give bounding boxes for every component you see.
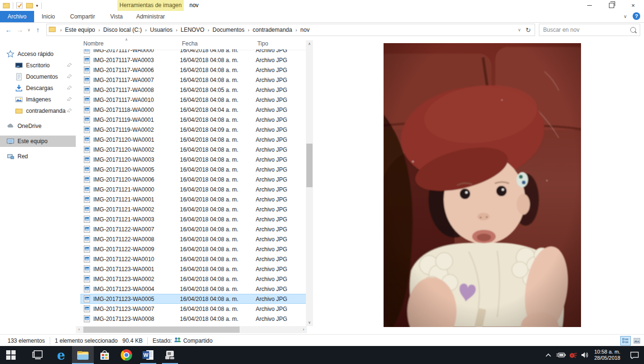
file-row[interactable]: IMG-20171122-WA001016/04/2018 04:08 a. m… [80,254,307,264]
new-folder-icon[interactable] [26,2,33,9]
details-view-button[interactable] [620,336,631,346]
address-dropdown-chevron[interactable]: ∨ [518,27,521,32]
horizontal-scroll-thumb[interactable] [83,327,240,333]
explorer-window-icon[interactable] [3,2,10,9]
forward-button[interactable]: → [14,26,26,34]
sidebar-item-contrademanda[interactable]: contrademanda [0,105,76,117]
sidebar-item-red[interactable]: Red [0,151,76,162]
file-explorer-icon[interactable] [72,346,94,364]
breadcrumb-contrademanda[interactable]: contrademanda [251,27,294,33]
file-type: Archivo JPG [256,117,303,123]
battery-icon[interactable] [555,346,567,364]
file-row[interactable]: IMG-20171117-WA000316/04/2018 04:08 a. m… [80,55,307,65]
file-row[interactable]: IMG-20171122-WA000716/04/2018 04:08 a. m… [80,224,307,234]
jpg-file-icon [84,76,90,83]
file-row[interactable]: IMG-20171123-WA000816/04/2018 04:08 a. m… [80,314,307,324]
file-row[interactable]: IMG-20171123-WA000116/04/2018 04:08 a. m… [80,264,307,274]
file-row[interactable]: IMG-20171120-WA000516/04/2018 04:08 a. m… [80,164,307,174]
file-row[interactable]: IMG-20171120-WA000616/04/2018 04:08 a. m… [80,174,307,184]
sidebar-label: Imágenes [26,96,51,103]
back-button[interactable]: ← [3,26,14,34]
scroll-down-arrow[interactable]: ∨ [306,319,313,326]
hidden-icons-chevron[interactable] [542,346,555,364]
file-row[interactable]: IMG-20171121-WA000216/04/2018 04:08 a. m… [80,204,307,214]
file-row[interactable]: IMG-20171119-WA000216/04/2018 04:09 a. m… [80,125,307,135]
sidebar-item-descargas[interactable]: Descargas [0,82,76,94]
store-icon[interactable] [94,346,116,364]
tab-archivo[interactable]: Archivo [0,11,34,22]
file-row[interactable]: IMG-20171118-WA000016/04/2018 04:04 a. m… [80,105,307,115]
file-row[interactable]: IMG-20171123-WA000216/04/2018 04:08 a. m… [80,274,307,284]
start-button[interactable] [0,346,22,364]
file-row[interactable]: IMG-20171121-WA000316/04/2018 04:08 a. m… [80,214,307,224]
file-row[interactable]: IMG-20171123-WA000516/04/2018 04:08 a. m… [80,294,307,304]
sidebar-item-escritorio[interactable]: Escritorio [0,60,76,71]
up-button[interactable]: ↑ [32,26,44,34]
volume-icon[interactable] [579,346,591,364]
large-icons-view-button[interactable] [632,336,642,346]
file-row[interactable]: IMG-20171121-WA000116/04/2018 04:08 a. m… [80,194,307,204]
sidebar-item-imagenes[interactable]: Imágenes [0,94,76,105]
file-row[interactable]: IMG-20171122-WA000916/04/2018 04:08 a. m… [80,244,307,254]
customize-qat-chevron[interactable]: ▾ [36,3,38,8]
properties-icon[interactable] [16,2,23,9]
desktop-icon [15,62,23,69]
vertical-scrollbar[interactable]: ∧ ∨ [306,40,313,326]
tab-inicio[interactable]: Inicio [34,11,63,22]
word-icon[interactable]: W [137,346,159,364]
refresh-icon[interactable]: ↻ [526,27,531,34]
shared-people-icon [174,337,181,344]
recent-locations-chevron[interactable]: ∨ [26,27,32,32]
breadcrumb-nov[interactable]: nov [298,27,311,33]
restore-button[interactable] [600,0,622,11]
task-view-button[interactable] [27,346,48,364]
file-row[interactable]: IMG-20171119-WA000116/04/2018 04:08 a. m… [80,115,307,125]
file-row[interactable]: IMG-20171122-WA000816/04/2018 04:08 a. m… [80,234,307,244]
chrome-icon[interactable] [116,346,137,364]
sidebar-item-documentos[interactable]: Documentos [0,71,76,82]
file-row[interactable]: IMG-20171117-WA000716/04/2018 04:08 a. m… [80,75,307,85]
file-row[interactable]: IMG-20171117-WA000016/04/2018 04:08 a. m… [80,49,307,55]
breadcrumb-usuarios[interactable]: Usuarios [148,27,174,33]
scroll-right-arrow[interactable]: › [300,326,307,333]
column-header-tipo[interactable]: Tipo [257,40,307,50]
breadcrumb-documentos[interactable]: Documentos [211,27,246,33]
file-row[interactable]: IMG-20171117-WA000816/04/2018 04:05 a. m… [80,85,307,95]
file-row[interactable]: IMG-20171117-WA001016/04/2018 04:08 a. m… [80,95,307,105]
security-alert-icon[interactable] [567,346,579,364]
breadcrumb-lenovo[interactable]: LENOVO [179,27,206,33]
vertical-scroll-thumb[interactable] [306,144,313,187]
scroll-left-arrow[interactable]: ‹ [76,326,82,333]
file-row[interactable]: IMG-20171123-WA000716/04/2018 04:08 a. m… [80,304,307,314]
file-row[interactable]: IMG-20171120-WA000316/04/2018 04:08 a. m… [80,155,307,164]
file-name: IMG-20171122-WA0009 [93,246,180,253]
3d-builder-icon[interactable] [159,346,181,364]
file-row[interactable]: IMG-20171121-WA000016/04/2018 04:08 a. m… [80,184,307,194]
search-input[interactable]: Buscar en nov [539,24,640,36]
clock[interactable]: 10:58 a. m. 28/05/2018 [591,349,625,361]
sidebar-item-onedrive[interactable]: OneDrive [0,120,76,132]
horizontal-scrollbar[interactable]: ‹ › [76,326,307,333]
scroll-up-arrow[interactable]: ∧ [306,40,313,47]
address-bar[interactable]: ›Este equipo ›Disco local (C:) ›Usuarios… [46,24,535,36]
action-center-icon[interactable] [625,346,644,364]
sidebar-item-este-equipo[interactable]: Este equipo [0,136,76,147]
file-row[interactable]: IMG-20171117-WA000616/04/2018 04:08 a. m… [80,65,307,75]
help-icon[interactable]: ? [633,12,640,20]
breadcrumb-disco-local[interactable]: Disco local (C:) [101,27,143,33]
minimize-button[interactable] [579,0,600,11]
expand-ribbon-chevron[interactable]: ∨ [624,14,627,19]
file-row[interactable]: IMG-20171120-WA000216/04/2018 04:08 a. m… [80,145,307,155]
breadcrumb-este-equipo[interactable]: Este equipo [63,27,97,33]
tab-administrar[interactable]: Administrar [117,11,184,22]
close-button[interactable]: × [622,0,644,11]
column-header-fecha[interactable]: Fecha [182,40,257,50]
file-row[interactable]: IMG-20171123-WA000416/04/2018 04:08 a. m… [80,284,307,294]
column-header-nombre[interactable]: Nombre [80,40,182,50]
sidebar-item-acceso-rapido[interactable]: Acceso rápido [0,48,76,60]
file-row[interactable]: IMG-20171120-WA000116/04/2018 04:08 a. m… [80,135,307,145]
edge-icon[interactable]: e [50,346,72,364]
search-icon[interactable] [630,27,636,33]
file-date: 16/04/2018 04:08 a. m. [180,97,256,103]
tab-compartir[interactable]: Compartir [63,11,103,22]
